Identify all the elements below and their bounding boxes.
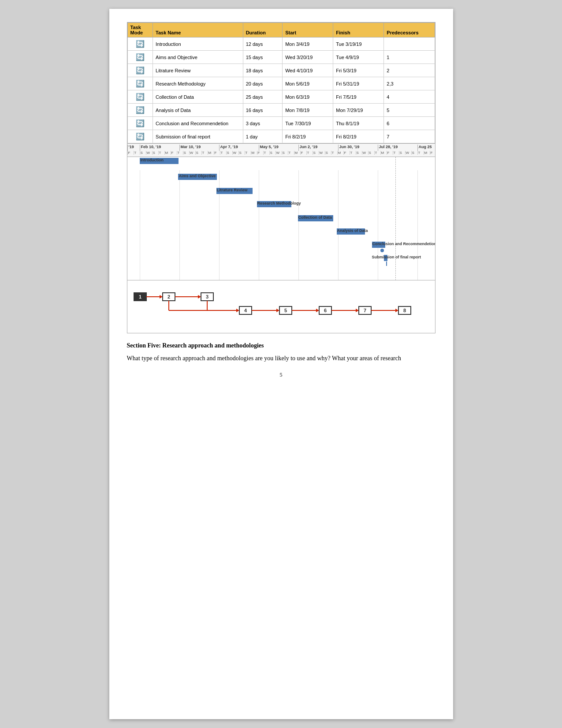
task-pred-cell: 6 — [384, 117, 435, 130]
table-row: 🔄 Conclusion and Recommendetion 3 days T… — [127, 117, 435, 130]
tl-minor-11: W — [189, 151, 194, 155]
task-name-cell: Research Methodology — [153, 77, 243, 90]
tl-minor-21: M — [251, 151, 255, 155]
task-mode-icon: 🔄 — [136, 40, 145, 48]
grid-line-8 — [417, 170, 418, 280]
page-number: 5 — [127, 372, 435, 378]
task-pred-cell: 2,3 — [384, 77, 435, 90]
tl-minor-47: S — [411, 151, 414, 155]
svg-text:1: 1 — [138, 294, 141, 299]
svg-marker-30 — [395, 309, 398, 312]
task-duration-cell: 25 days — [243, 90, 283, 104]
col-header-task-mode: Task Mode — [127, 23, 153, 37]
task-finish-cell: Fri 5/3/19 — [333, 64, 384, 77]
task-duration-cell: 3 days — [243, 117, 283, 130]
svg-text:8: 8 — [403, 308, 406, 313]
grid-line-5 — [298, 170, 299, 280]
tl-minor-23: T — [263, 151, 266, 155]
task-finish-cell: Thu 8/1/19 — [333, 117, 384, 130]
table-row: 🔄 Aims and Objective 15 days Wed 3/20/19… — [127, 51, 435, 64]
table-row: 🔄 Analysis of Data 16 days Mon 7/8/19 Mo… — [127, 104, 435, 117]
tl-minor-45: S — [399, 151, 402, 155]
tl-minor-22: F — [257, 151, 260, 155]
tl-minor-10: S — [183, 151, 186, 155]
svg-text:3: 3 — [205, 294, 208, 299]
svg-marker-7 — [198, 295, 201, 299]
task-mode-icon: 🔄 — [136, 93, 145, 101]
tl-minor-34: T — [331, 151, 334, 155]
gantt-label-2: Aims and Objective — [179, 174, 216, 178]
tl-label-5: Jun 2, '19 — [298, 145, 318, 151]
gantt-label-5: Collection of Data — [298, 215, 332, 220]
col-header-task-name: Task Name — [153, 23, 243, 37]
table-row: 🔄 Introduction 12 days Mon 3/4/19 Tue 3/… — [127, 37, 435, 51]
tl-minor-33: S — [325, 151, 328, 155]
table-row: 🔄 Litrature Review 18 days Wed 4/10/19 F… — [127, 64, 435, 77]
tl-minor-13: T — [201, 151, 205, 155]
tl-minor-48: T — [417, 151, 421, 155]
task-mode-cell: 🔄 — [127, 51, 153, 64]
gantt-label-3: Litrature Review — [217, 188, 248, 192]
tl-minor-24: S — [269, 151, 272, 155]
tl-minor-12: S — [195, 151, 198, 155]
task-name-cell: Analysis of Data — [153, 104, 243, 117]
tl-minor-14: M — [208, 151, 212, 155]
gantt-label-6: Analysis of Data — [337, 228, 368, 233]
col-header-predecessors: Predecessors — [384, 23, 435, 37]
gantt-label-7: Conclusion and Recommendetion — [372, 242, 435, 246]
tl-minor-46: W — [405, 151, 409, 155]
grid-line-6 — [338, 170, 339, 280]
task-mode-icon: 🔄 — [136, 119, 145, 127]
tl-minor-40: S — [368, 151, 371, 155]
svg-text:5: 5 — [284, 308, 287, 313]
tl-minor-6: T — [158, 151, 161, 155]
task-mode-icon: 🔄 — [136, 66, 145, 75]
task-start-cell: Tue 7/30/19 — [283, 117, 333, 130]
tl-minor-16: T — [220, 151, 223, 155]
gantt-table: Task Mode Task Name Duration Start Finis… — [127, 22, 435, 143]
task-pred-cell: 4 — [384, 90, 435, 104]
tl-minor-30: T — [306, 151, 309, 155]
tl-minor-43: F — [387, 151, 390, 155]
tl-minor-50: F — [430, 151, 433, 155]
task-pred-cell — [384, 37, 435, 51]
task-mode-cell: 🔄 — [127, 64, 153, 77]
tl-minor-38: S — [356, 151, 359, 155]
task-duration-cell: 18 days — [243, 64, 283, 77]
task-mode-icon: 🔄 — [136, 106, 145, 114]
gantt-milestone-7 — [380, 249, 384, 252]
task-start-cell: Mon 5/6/19 — [283, 77, 333, 90]
task-duration-cell: 20 days — [243, 77, 283, 90]
tl-minor-20: T — [245, 151, 248, 155]
task-name-cell: Collection of Data — [153, 90, 243, 104]
tl-minor-18: W — [232, 151, 237, 155]
task-mode-cell: 🔄 — [127, 37, 153, 51]
table-row: 🔄 Research Methodology 20 days Mon 5/6/1… — [127, 77, 435, 90]
tl-minor-4: W — [146, 151, 150, 155]
task-duration-cell: 1 day — [243, 130, 283, 143]
task-mode-cell: 🔄 — [127, 130, 153, 143]
section-title: Section Five: Research approach and meth… — [127, 342, 435, 349]
network-diagram-section: 1 2 3 4 — [127, 280, 435, 333]
text-section: Section Five: Research approach and meth… — [127, 342, 435, 363]
milestone-line — [395, 157, 396, 280]
task-name-cell: Submission of final report — [153, 130, 243, 143]
table-row: 🔄 Collection of Data 25 days Mon 6/3/19 … — [127, 90, 435, 104]
task-name-cell: Introduction — [153, 37, 243, 51]
task-mode-cell: 🔄 — [127, 90, 153, 104]
task-name-cell: Conclusion and Recommendetion — [153, 117, 243, 130]
task-name-cell: Aims and Objective — [153, 51, 243, 64]
tl-minor-5: S — [152, 151, 155, 155]
svg-marker-18 — [276, 309, 279, 312]
tl-minor-26: S — [282, 151, 285, 155]
task-pred-cell: 1 — [384, 51, 435, 64]
tl-minor-7: M — [164, 151, 168, 155]
task-start-cell: Mon 3/4/19 — [283, 37, 333, 51]
tl-minor-2: T — [134, 151, 137, 155]
task-mode-cell: 🔄 — [127, 77, 153, 90]
col-header-duration: Duration — [243, 23, 283, 37]
tl-label-4: May 5, '19 — [259, 145, 279, 151]
tl-minor-27: T — [288, 151, 291, 155]
col-header-finish: Finish — [333, 23, 384, 37]
tl-minor-41: T — [374, 151, 377, 155]
